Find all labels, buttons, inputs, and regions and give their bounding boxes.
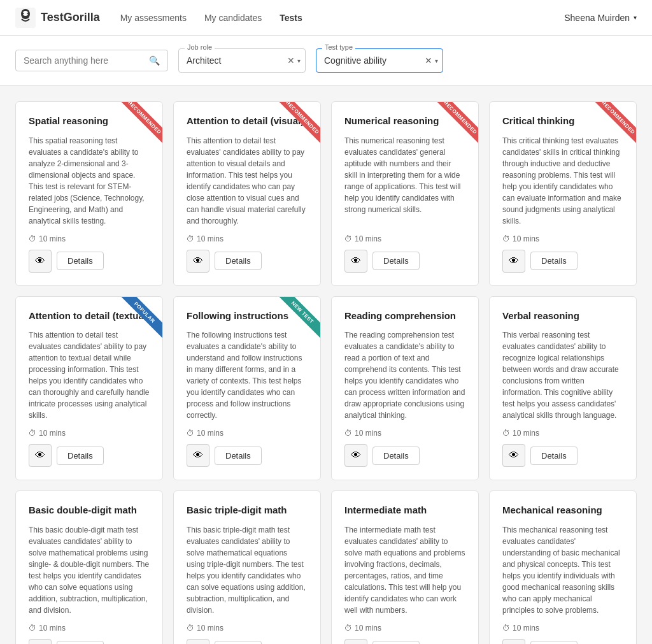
preview-button[interactable]: 👁 <box>29 639 52 645</box>
details-button[interactable]: Details <box>57 641 104 644</box>
navbar: TestGorilla My assessments My candidates… <box>0 0 652 36</box>
test-card: Basic triple-digit math This basic tripl… <box>173 490 321 644</box>
eye-icon: 👁 <box>351 450 361 461</box>
clock-icon: ⏱ <box>29 234 36 243</box>
card-title: Mechanical reasoning <box>502 504 623 517</box>
card-actions: 👁 Details <box>187 250 308 273</box>
card-description: This attention to detail test evaluates … <box>29 329 150 421</box>
card-duration: ⏱ 10 mins <box>29 624 66 633</box>
duration-text: 10 mins <box>39 429 66 438</box>
preview-button[interactable]: 👁 <box>187 444 209 467</box>
card-description: This verbal reasoning test evaluates can… <box>502 329 623 421</box>
details-button[interactable]: Details <box>215 641 262 644</box>
ribbon-label: RECOMMENDED <box>434 102 478 144</box>
nav-my-assessments[interactable]: My assessments <box>120 13 187 23</box>
nav-tests[interactable]: Tests <box>280 13 302 23</box>
preview-button[interactable]: 👁 <box>187 250 209 273</box>
card-duration: ⏱ 10 mins <box>344 624 381 633</box>
test-type-clear-icon[interactable]: ✕ <box>425 55 432 66</box>
card-actions: 👁 Details <box>344 444 465 467</box>
job-role-label: Job role <box>185 43 215 51</box>
card-ribbon: RECOMMENDED <box>592 102 636 147</box>
preview-button[interactable]: 👁 <box>502 250 525 273</box>
details-button[interactable]: Details <box>372 641 420 644</box>
card-actions: 👁 Details <box>29 250 150 273</box>
preview-button[interactable]: 👁 <box>344 639 367 645</box>
filters-bar: 🔍 Job role Architect ✕ ▾ Test type Cogni… <box>0 36 652 86</box>
clock-icon: ⏱ <box>187 624 194 633</box>
card-footer: ⏱ 10 mins <box>502 234 623 243</box>
duration-text: 10 mins <box>513 624 539 633</box>
preview-button[interactable]: 👁 <box>29 444 52 467</box>
job-role-filter: Job role Architect ✕ ▾ <box>178 48 306 73</box>
test-card: NEW TEST Following instructions The foll… <box>173 296 321 481</box>
card-actions: 👁 Details <box>344 250 465 273</box>
details-button[interactable]: Details <box>215 447 262 465</box>
search-icon: 🔍 <box>149 55 160 66</box>
clock-icon: ⏱ <box>187 234 194 243</box>
test-card: Mechanical reasoning This mechanical rea… <box>489 490 637 644</box>
card-duration: ⏱ 10 mins <box>29 234 66 243</box>
preview-button[interactable]: 👁 <box>344 250 367 273</box>
preview-button[interactable]: 👁 <box>187 639 209 645</box>
job-role-select[interactable]: Architect <box>178 48 306 73</box>
card-title: Basic triple-digit math <box>187 504 308 517</box>
card-title: Verbal reasoning <box>502 310 623 322</box>
test-card: RECOMMENDED Attention to detail (visual)… <box>173 101 321 286</box>
details-button[interactable]: Details <box>372 447 420 465</box>
preview-button[interactable]: 👁 <box>502 444 525 467</box>
details-button[interactable]: Details <box>372 252 420 270</box>
test-type-select[interactable]: Cognitive ability <box>316 48 443 73</box>
clock-icon: ⏱ <box>344 429 352 438</box>
details-button[interactable]: Details <box>530 447 578 465</box>
duration-text: 10 mins <box>513 234 539 243</box>
brand-logo[interactable]: TestGorilla <box>15 8 100 28</box>
test-type-filter: Test type Cognitive ability ✕ ▾ <box>316 48 443 73</box>
card-description: The intermediate math test evaluates can… <box>344 524 465 616</box>
card-title: Reading comprehension <box>344 310 465 322</box>
clock-icon: ⏱ <box>344 624 352 633</box>
card-description: This spatial reasoning test evaluates a … <box>29 135 150 227</box>
search-input[interactable] <box>24 55 144 66</box>
test-card: Reading comprehension The reading compre… <box>331 296 479 481</box>
card-title: Intermediate math <box>344 504 465 517</box>
card-description: This critical thinking test evaluates ca… <box>502 135 623 227</box>
clock-icon: ⏱ <box>344 234 352 243</box>
details-button[interactable]: Details <box>530 252 578 270</box>
test-card: RECOMMENDED Spatial reasoning This spati… <box>15 101 163 286</box>
preview-button[interactable]: 👁 <box>344 444 367 467</box>
card-duration: ⏱ 10 mins <box>344 429 381 438</box>
job-role-clear-icon[interactable]: ✕ <box>287 55 295 66</box>
card-footer: ⏱ 10 mins <box>187 624 308 633</box>
card-title: Basic double-digit math <box>29 504 150 517</box>
card-ribbon: RECOMMENDED <box>276 102 320 147</box>
nav-my-candidates[interactable]: My candidates <box>204 13 262 23</box>
card-description: The reading comprehension test evaluates… <box>344 329 465 421</box>
card-footer: ⏱ 10 mins <box>344 234 465 243</box>
card-actions: 👁 Details <box>502 444 623 467</box>
card-duration: ⏱ 10 mins <box>344 234 381 243</box>
card-actions: 👁 Details <box>502 639 623 645</box>
card-footer: ⏱ 10 mins <box>29 234 150 243</box>
card-duration: ⏱ 10 mins <box>187 429 223 438</box>
preview-button[interactable]: 👁 <box>502 639 525 645</box>
preview-button[interactable]: 👁 <box>29 250 52 273</box>
card-actions: 👁 Details <box>187 639 308 645</box>
card-description: This basic triple-digit math test evalua… <box>187 524 308 616</box>
card-footer: ⏱ 10 mins <box>29 624 150 633</box>
card-actions: 👁 Details <box>502 250 623 273</box>
clock-icon: ⏱ <box>502 624 510 633</box>
duration-text: 10 mins <box>513 429 539 438</box>
details-button[interactable]: Details <box>57 252 104 270</box>
eye-icon: 👁 <box>35 255 45 267</box>
cards-grid: RECOMMENDED Spatial reasoning This spati… <box>0 86 652 644</box>
eye-icon: 👁 <box>35 450 45 461</box>
card-description: The following instructions test evaluate… <box>187 329 308 421</box>
details-button[interactable]: Details <box>57 447 104 465</box>
details-button[interactable]: Details <box>530 641 578 644</box>
user-menu[interactable]: Sheena Muirden ▾ <box>564 13 637 23</box>
ribbon-label: RECOMMENDED <box>592 102 636 144</box>
test-card: POPULAR Attention to detail (textual) Th… <box>15 296 163 481</box>
details-button[interactable]: Details <box>215 252 262 270</box>
eye-icon: 👁 <box>193 255 203 267</box>
